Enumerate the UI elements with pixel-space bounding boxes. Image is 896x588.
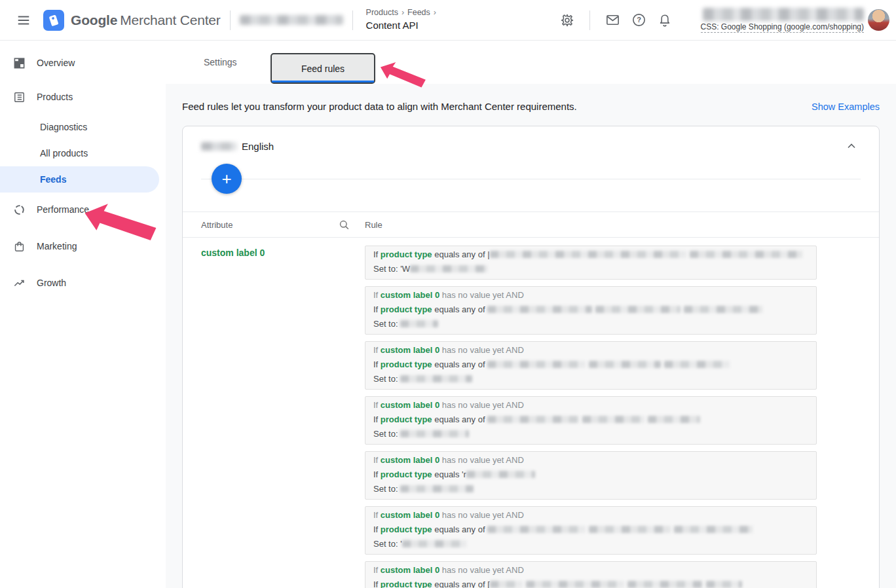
rule-box[interactable]: If custom label 0 has no value yet ANDIf… xyxy=(365,561,817,588)
rule-text: If xyxy=(373,455,381,465)
rule-line: If product type equals any of xyxy=(373,413,808,427)
topbar: GoogleMerchant Center Products›Feeds› Co… xyxy=(0,0,896,41)
redacted-text xyxy=(589,361,661,368)
rule-line: If custom label 0 has no value yet AND xyxy=(373,508,808,523)
rule-text: Set to: xyxy=(373,319,400,329)
css-program-label[interactable]: CSS: Google Shopping (google.com/shoppin… xyxy=(701,22,865,33)
feed-name-redacted xyxy=(201,142,237,151)
rule-text: product type xyxy=(381,359,432,369)
redacted-text xyxy=(400,430,469,437)
rule-text: custom label 0 xyxy=(381,290,439,300)
rule-text: If xyxy=(373,359,381,369)
rule-text: If xyxy=(373,469,381,479)
rule-text: equals any of xyxy=(432,414,488,424)
rule-text: product type xyxy=(381,249,432,259)
gear-icon[interactable] xyxy=(554,7,580,33)
bell-icon[interactable] xyxy=(652,7,678,33)
show-examples-link[interactable]: Show Examples xyxy=(812,101,880,112)
rule-box[interactable]: If product type equals any of |Set to: '… xyxy=(365,246,817,280)
divider xyxy=(352,10,353,30)
rule-text: Set to: xyxy=(373,374,400,384)
app-title: GoogleMerchant Center xyxy=(71,12,221,28)
feed-rules-description: Feed rules let you transform your produc… xyxy=(182,101,577,112)
redacted-text xyxy=(487,306,592,313)
rule-line: Set to: ' xyxy=(373,537,808,551)
rule-text: equals any of [ xyxy=(432,579,490,588)
search-icon[interactable] xyxy=(338,219,350,231)
rule-text: If xyxy=(373,579,381,588)
sidebar-item-marketing[interactable]: Marketing xyxy=(0,233,166,259)
rule-text: product type xyxy=(381,304,432,314)
content-area: Feed rules let you transform your produc… xyxy=(166,84,896,588)
rule-box[interactable]: If custom label 0 has no value yet ANDIf… xyxy=(365,341,817,390)
redacted-text xyxy=(627,581,703,588)
menu-icon[interactable] xyxy=(10,7,37,33)
rule-text: has no value yet AND xyxy=(439,345,524,355)
rule-line: If custom label 0 has no value yet AND xyxy=(373,343,808,358)
sidebar-item-feeds[interactable]: Feeds xyxy=(0,166,159,193)
sidebar-item-growth[interactable]: Growth xyxy=(0,270,166,296)
rule-text: equals any of xyxy=(432,524,488,534)
sidebar-item-diagnostics[interactable]: Diagnostics xyxy=(0,114,166,140)
redacted-text xyxy=(582,416,644,423)
rule-text: If xyxy=(373,414,381,424)
divider xyxy=(589,10,590,30)
breadcrumb-feeds[interactable]: Feeds xyxy=(407,8,430,17)
rule-box[interactable]: If custom label 0 has no value yet ANDIf… xyxy=(365,286,817,335)
rule-box[interactable]: If custom label 0 has no value yet ANDIf… xyxy=(365,451,817,500)
rule-text: product type xyxy=(381,524,432,534)
redacted-text xyxy=(690,251,802,258)
divider xyxy=(201,179,861,179)
rule-text: custom label 0 xyxy=(381,400,439,410)
redacted-text xyxy=(490,251,686,258)
redacted-text xyxy=(664,361,730,368)
svg-text:?: ? xyxy=(637,16,641,24)
rule-text: equals any of | xyxy=(432,249,490,259)
sidebar-item-products[interactable]: Products xyxy=(0,84,166,110)
avatar[interactable] xyxy=(868,9,889,31)
rule-list: If product type equals any of |Set to: '… xyxy=(365,246,817,588)
app-logo[interactable]: GoogleMerchant Center xyxy=(43,10,221,31)
main-area: Settings Feed rules Feed rules let you t… xyxy=(166,41,896,588)
rule-box[interactable]: If custom label 0 has no value yet ANDIf… xyxy=(365,396,817,445)
rule-text: If xyxy=(373,304,381,314)
chevron-up-icon[interactable] xyxy=(842,137,861,155)
rule-line: Set to: xyxy=(373,317,808,331)
rule-text: product type xyxy=(381,414,432,424)
redacted-text xyxy=(402,540,466,547)
help-icon[interactable]: ? xyxy=(625,7,652,33)
rule-line: Set to: xyxy=(373,427,808,441)
rule-line: If product type equals any of xyxy=(373,523,808,537)
rule-line: If custom label 0 has no value yet AND xyxy=(373,398,808,413)
sidebar-item-all-products[interactable]: All products xyxy=(0,140,166,166)
rule-text: custom label 0 xyxy=(381,510,439,520)
feed-language: English xyxy=(242,141,274,152)
tab-feed-rules[interactable]: Feed rules xyxy=(271,53,375,84)
redacted-text xyxy=(595,306,681,313)
rule-column-header: Rule xyxy=(365,220,383,230)
tab-settings[interactable]: Settings xyxy=(198,41,242,84)
divider xyxy=(230,10,231,30)
rule-box[interactable]: If custom label 0 has no value yet ANDIf… xyxy=(365,506,817,555)
rule-text: Set to: xyxy=(373,429,400,439)
rule-line: Set to: xyxy=(373,482,808,496)
sidebar-item-performance[interactable]: Performance xyxy=(0,196,166,223)
rule-text: has no value yet AND xyxy=(439,455,524,465)
mail-icon[interactable] xyxy=(599,7,625,33)
redacted-text xyxy=(400,485,474,492)
rule-line: Set to: 'W xyxy=(373,262,808,276)
rule-text: has no value yet AND xyxy=(439,510,524,520)
breadcrumb-products[interactable]: Products xyxy=(366,8,398,17)
add-rule-button[interactable]: + xyxy=(212,164,242,194)
rule-line: If product type equals 'r xyxy=(373,468,808,482)
rule-line: If custom label 0 has no value yet AND xyxy=(373,288,808,303)
marketing-icon xyxy=(13,240,26,253)
redacted-text xyxy=(466,471,535,478)
rule-text: If xyxy=(373,249,381,259)
account-name-redacted[interactable] xyxy=(240,15,343,25)
redacted-text xyxy=(400,375,472,382)
performance-icon xyxy=(13,203,26,216)
redacted-text xyxy=(589,526,671,533)
sidebar-item-overview[interactable]: Overview xyxy=(0,50,166,76)
rule-text: If xyxy=(373,290,381,300)
